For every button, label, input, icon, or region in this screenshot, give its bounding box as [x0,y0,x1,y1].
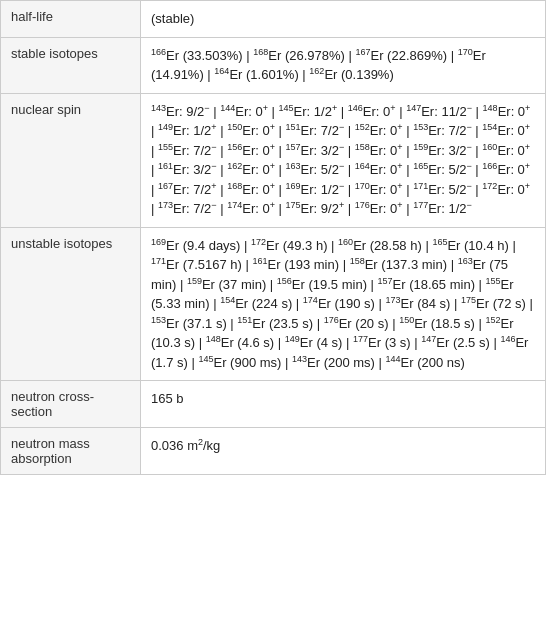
table-row: neutron mass absorption0.036 m2/kg [1,428,546,475]
table-row: half-life(stable) [1,1,546,38]
row-value-1: 166Er (33.503%) | 168Er (26.978%) | 167E… [141,37,546,93]
row-label-5: neutron mass absorption [1,428,141,475]
row-label-0: half-life [1,1,141,38]
row-label-3: unstable isotopes [1,227,141,381]
row-label-1: stable isotopes [1,37,141,93]
table-row: nuclear spin143Er: 9/2− | 144Er: 0+ | 14… [1,93,546,227]
row-value-0: (stable) [141,1,546,38]
row-value-2: 143Er: 9/2− | 144Er: 0+ | 145Er: 1/2+ | … [141,93,546,227]
row-value-5: 0.036 m2/kg [141,428,546,475]
row-value-3: 169Er (9.4 days) | 172Er (49.3 h) | 160E… [141,227,546,381]
table-row: unstable isotopes169Er (9.4 days) | 172E… [1,227,546,381]
row-label-2: nuclear spin [1,93,141,227]
properties-table: half-life(stable)stable isotopes166Er (3… [0,0,546,475]
row-value-4: 165 b [141,381,546,428]
table-row: stable isotopes166Er (33.503%) | 168Er (… [1,37,546,93]
row-label-4: neutron cross-section [1,381,141,428]
table-row: neutron cross-section165 b [1,381,546,428]
